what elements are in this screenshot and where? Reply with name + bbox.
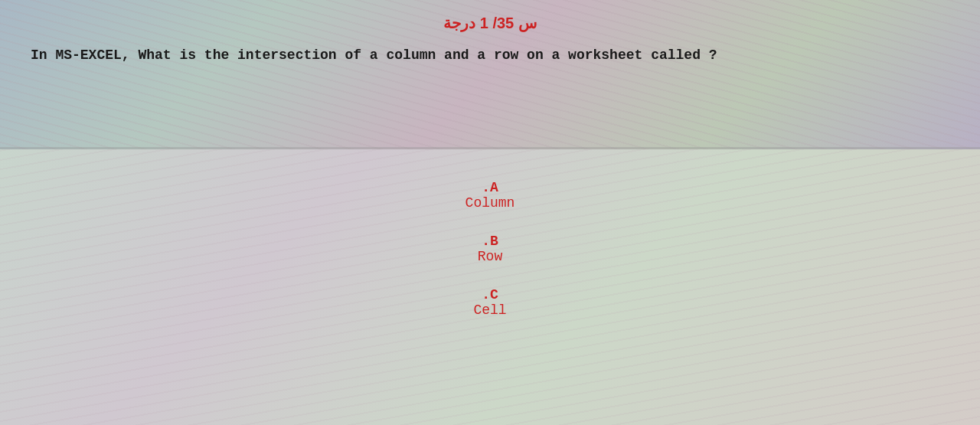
page-content: س 35/ 1 درجة In MS-EXCEL, What is the in… <box>0 0 980 425</box>
answer-label-a: .A <box>482 180 498 195</box>
answer-text-a: Column <box>466 195 515 211</box>
answers-area: .A Column .B Row .C Cell <box>0 149 980 425</box>
answer-text-c: Cell <box>473 302 506 318</box>
question-text: In MS-EXCEL, What is the intersection of… <box>31 45 949 66</box>
question-area: س 35/ 1 درجة In MS-EXCEL, What is the in… <box>0 0 980 149</box>
answer-option-a[interactable]: .A Column <box>466 180 515 211</box>
answer-label-b: .B <box>482 234 498 249</box>
answer-option-c[interactable]: .C Cell <box>473 287 506 318</box>
answer-label-c: .C <box>482 287 498 302</box>
question-header: س 35/ 1 درجة <box>31 14 949 32</box>
answer-text-b: Row <box>478 249 502 264</box>
answer-option-b[interactable]: .B Row <box>478 234 502 264</box>
question-meta: س 35/ 1 درجة <box>443 15 537 31</box>
